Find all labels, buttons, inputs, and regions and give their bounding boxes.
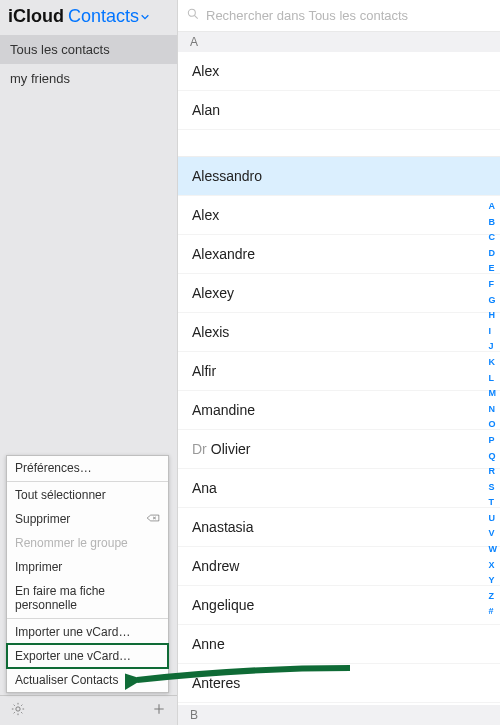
delete-icon: [146, 512, 160, 526]
contact-name: Alexis: [192, 324, 229, 340]
alpha-index-letter[interactable]: R: [489, 465, 498, 478]
contact-row[interactable]: Alfir: [178, 352, 500, 391]
contact-name: Anastasia: [192, 519, 253, 535]
contact-name: Olivier: [211, 441, 251, 457]
contact-name: Alan: [192, 102, 220, 118]
contact-name: Andrew: [192, 558, 239, 574]
menu-print[interactable]: Imprimer: [7, 555, 168, 579]
menu-preferences[interactable]: Préférences…: [7, 456, 168, 480]
alpha-index-letter[interactable]: F: [489, 278, 498, 291]
alpha-index: ABCDEFGHIJKLMNOPQRSTUVWXYZ#: [489, 200, 498, 618]
contact-row[interactable]: Alexey: [178, 274, 500, 313]
contact-row[interactable]: Ana: [178, 469, 500, 508]
menu-import-vcard[interactable]: Importer une vCard…: [7, 620, 168, 644]
contact-name: Amandine: [192, 402, 255, 418]
app-title[interactable]: iCloud Contacts: [0, 0, 177, 35]
menu-refresh-contacts[interactable]: Actualiser Contacts: [7, 668, 168, 692]
contact-name: Alexey: [192, 285, 234, 301]
alpha-index-letter[interactable]: N: [489, 403, 498, 416]
alpha-index-letter[interactable]: L: [489, 372, 498, 385]
alpha-index-letter[interactable]: C: [489, 231, 498, 244]
alpha-index-letter[interactable]: A: [489, 200, 498, 213]
search-bar[interactable]: [178, 0, 500, 32]
gear-icon[interactable]: [10, 701, 26, 721]
sidebar-group-item[interactable]: Tous les contacts: [0, 35, 177, 64]
alpha-index-letter[interactable]: B: [489, 216, 498, 229]
search-input[interactable]: [206, 8, 492, 23]
alpha-index-letter[interactable]: E: [489, 262, 498, 275]
section-header-b: B: [178, 705, 500, 725]
contact-name: Angelique: [192, 597, 254, 613]
alpha-index-letter[interactable]: H: [489, 309, 498, 322]
contact-name: Ana: [192, 480, 217, 496]
alpha-index-letter[interactable]: O: [489, 418, 498, 431]
contact-row[interactable]: Amandine: [178, 391, 500, 430]
alpha-index-letter[interactable]: T: [489, 496, 498, 509]
contact-row[interactable]: Alexandre: [178, 235, 500, 274]
alpha-index-letter[interactable]: M: [489, 387, 498, 400]
alpha-index-letter[interactable]: I: [489, 325, 498, 338]
contact-name: Alessandro: [192, 168, 262, 184]
contact-name: Alexandre: [192, 246, 255, 262]
search-icon: [186, 7, 200, 25]
menu-separator: [7, 618, 168, 619]
menu-delete[interactable]: Supprimer: [7, 507, 168, 531]
menu-make-my-card[interactable]: En faire ma fiche personnelle: [7, 579, 168, 617]
contact-prefix: Dr: [192, 441, 211, 457]
menu-rename-group: Renommer le groupe: [7, 531, 168, 555]
contact-name: Alex: [192, 63, 219, 79]
contact-row[interactable]: Alex: [178, 52, 500, 91]
contact-separator: [178, 130, 500, 157]
contact-row[interactable]: Alexis: [178, 313, 500, 352]
contact-name: Alfir: [192, 363, 216, 379]
chevron-down-icon: [140, 6, 150, 27]
alpha-index-letter[interactable]: D: [489, 247, 498, 260]
main-panel: A AlexAlan AlessandroAlexAlexandreAlexey…: [178, 0, 500, 725]
svg-point-0: [16, 706, 20, 710]
contact-row[interactable]: Alex: [178, 196, 500, 235]
alpha-index-letter[interactable]: Q: [489, 450, 498, 463]
menu-export-vcard[interactable]: Exporter une vCard…: [7, 644, 168, 668]
contact-row[interactable]: Anastasia: [178, 508, 500, 547]
alpha-index-letter[interactable]: J: [489, 340, 498, 353]
contact-row[interactable]: Alessandro: [178, 157, 500, 196]
section-name: Contacts: [68, 6, 139, 27]
alpha-index-letter[interactable]: U: [489, 512, 498, 525]
alpha-index-letter[interactable]: G: [489, 294, 498, 307]
settings-menu: Préférences… Tout sélectionner Supprimer…: [6, 455, 169, 693]
alpha-index-letter[interactable]: W: [489, 543, 498, 556]
menu-separator: [7, 481, 168, 482]
contact-row[interactable]: Andrew: [178, 547, 500, 586]
contact-name: Alex: [192, 207, 219, 223]
app-name: iCloud: [8, 6, 64, 27]
sidebar-footer: [0, 695, 177, 725]
sidebar-group-item[interactable]: my friends: [0, 64, 177, 93]
svg-point-1: [188, 9, 195, 16]
alpha-index-letter[interactable]: K: [489, 356, 498, 369]
section-header-a: A: [178, 32, 500, 52]
contact-row[interactable]: Anne: [178, 625, 500, 664]
plus-icon[interactable]: [151, 701, 167, 721]
contact-row[interactable]: DrOlivier: [178, 430, 500, 469]
alpha-index-letter[interactable]: X: [489, 559, 498, 572]
contact-row[interactable]: Angelique: [178, 586, 500, 625]
alpha-index-letter[interactable]: Z: [489, 590, 498, 603]
contact-row[interactable]: Audrey: [178, 703, 500, 705]
alpha-index-letter[interactable]: #: [489, 605, 498, 618]
contact-row[interactable]: Anteres: [178, 664, 500, 703]
alpha-index-letter[interactable]: Y: [489, 574, 498, 587]
menu-select-all[interactable]: Tout sélectionner: [7, 483, 168, 507]
section-switcher[interactable]: Contacts: [68, 6, 150, 27]
alpha-index-letter[interactable]: V: [489, 527, 498, 540]
alpha-index-letter[interactable]: P: [489, 434, 498, 447]
alpha-index-letter[interactable]: S: [489, 481, 498, 494]
contact-name: Anne: [192, 636, 225, 652]
contact-list: AlexAlan AlessandroAlexAlexandreAlexeyAl…: [178, 52, 500, 705]
contact-row[interactable]: Alan: [178, 91, 500, 130]
contact-name: Anteres: [192, 675, 240, 691]
